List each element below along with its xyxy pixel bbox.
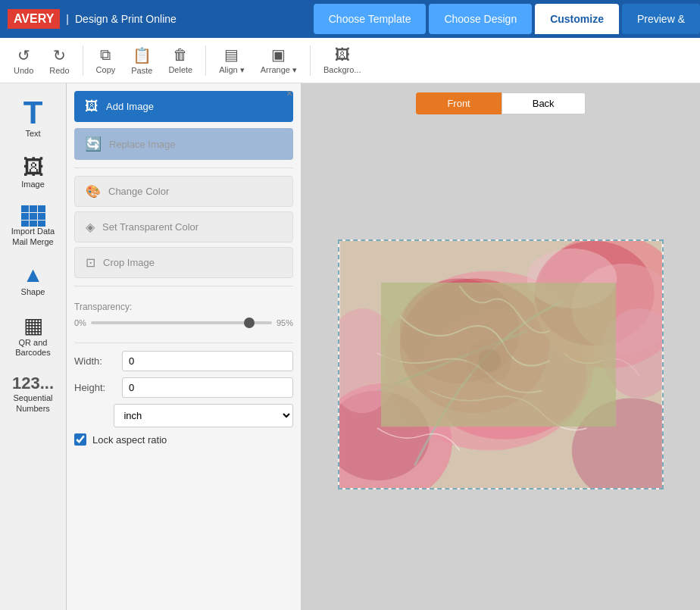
panel-divider-2 bbox=[74, 286, 293, 286]
paste-button[interactable]: 📋 Paste bbox=[125, 43, 158, 78]
width-label: Width: bbox=[74, 355, 116, 367]
panel-divider-1 bbox=[74, 167, 293, 168]
undo-button[interactable]: ↺ Undo bbox=[8, 43, 39, 78]
transparency-section: Transparency: 0% 95% bbox=[74, 294, 293, 335]
canvas-wrapper bbox=[302, 124, 700, 605]
transparency-slider[interactable] bbox=[91, 321, 272, 324]
canvas-area: Front Back bbox=[302, 83, 700, 610]
toolbar-separator-1 bbox=[83, 45, 83, 76]
replace-image-button[interactable]: 🔄 Replace Image bbox=[74, 128, 293, 160]
height-input[interactable] bbox=[122, 377, 293, 398]
nav-tabs: Choose Template Choose Design Customize … bbox=[314, 0, 700, 38]
tab-choose-template[interactable]: Choose Template bbox=[314, 4, 427, 34]
undo-icon: ↺ bbox=[17, 46, 30, 64]
main-area: T Text 🖼 Image Import Data Mail Merge ▲ … bbox=[0, 83, 700, 610]
copy-icon: ⧉ bbox=[100, 46, 111, 64]
delete-icon: 🗑 bbox=[173, 46, 188, 64]
change-color-icon: 🎨 bbox=[86, 184, 101, 199]
change-color-button[interactable]: 🎨 Change Color bbox=[74, 176, 293, 207]
arrange-label: Arrange ▾ bbox=[261, 65, 297, 75]
image-overlay bbox=[381, 283, 616, 427]
tab-choose-design[interactable]: Choose Design bbox=[429, 4, 532, 34]
lock-label: Lock aspect ratio bbox=[92, 434, 167, 446]
unit-row: inch cm mm bbox=[74, 404, 293, 427]
toolbar-separator-3 bbox=[310, 45, 311, 76]
align-icon: ▤ bbox=[224, 45, 239, 64]
label-canvas[interactable] bbox=[338, 239, 664, 490]
add-image-button[interactable]: 🖼 Add Image bbox=[74, 91, 293, 122]
set-transparent-button[interactable]: ◈ Set Transparent Color bbox=[74, 211, 293, 242]
sidebar-item-sequential[interactable]: 123... Sequential Numbers bbox=[5, 368, 61, 419]
paste-icon: 📋 bbox=[133, 46, 152, 64]
width-input[interactable] bbox=[122, 351, 293, 371]
set-transparent-label: Set Transparent Color bbox=[102, 221, 198, 233]
top-navigation: AVERY | Design & Print Online Choose Tem… bbox=[0, 0, 700, 38]
sidebar-text-label: Text bbox=[25, 129, 40, 139]
sidebar-shape-label: Shape bbox=[21, 287, 45, 297]
add-image-label: Add Image bbox=[106, 101, 154, 112]
delete-button[interactable]: 🗑 Delete bbox=[162, 43, 198, 77]
toolbar: ↺ Undo ↻ Redo ⧉ Copy 📋 Paste 🗑 Delete ▤ … bbox=[0, 38, 700, 83]
grid-icon bbox=[21, 205, 45, 227]
sidebar-qr-label: QR and Barcodes bbox=[8, 338, 58, 358]
left-sidebar: T Text 🖼 Image Import Data Mail Merge ▲ … bbox=[0, 83, 67, 610]
text-icon: T bbox=[23, 97, 43, 129]
sidebar-item-text[interactable]: T Text bbox=[5, 91, 61, 145]
replace-image-icon: 🔄 bbox=[85, 136, 102, 152]
unit-select[interactable]: inch cm mm bbox=[114, 404, 293, 427]
slider-row: 0% 95% bbox=[74, 318, 293, 327]
slider-max-label: 95% bbox=[277, 318, 293, 327]
brand-name: Design & Print Online bbox=[75, 13, 177, 25]
front-back-tabs: Front Back bbox=[302, 83, 700, 124]
redo-icon: ↻ bbox=[53, 46, 66, 64]
sequential-icon: 123... bbox=[12, 374, 54, 393]
tab-customize[interactable]: Customize bbox=[535, 4, 619, 34]
close-button[interactable]: × bbox=[283, 86, 296, 100]
undo-label: Undo bbox=[14, 66, 33, 75]
lock-checkbox[interactable] bbox=[74, 433, 86, 446]
delete-label: Delete bbox=[168, 65, 192, 74]
front-tab[interactable]: Front bbox=[416, 92, 501, 114]
sidebar-sequential-label: Sequential Numbers bbox=[8, 393, 58, 413]
arrange-button[interactable]: ▣ Arrange ▾ bbox=[255, 42, 303, 78]
sidebar-item-shape[interactable]: ▲ Shape bbox=[5, 257, 61, 303]
paste-label: Paste bbox=[131, 66, 152, 75]
replace-image-label: Replace Image bbox=[109, 139, 175, 150]
crop-icon: ⊡ bbox=[86, 255, 95, 270]
align-button[interactable]: ▤ Align ▾ bbox=[213, 42, 251, 78]
height-label: Height: bbox=[74, 382, 116, 393]
nav-divider: | bbox=[66, 13, 69, 25]
transparency-label: Transparency: bbox=[74, 302, 293, 312]
image-icon: 🖼 bbox=[23, 155, 44, 180]
qr-icon: ▦ bbox=[23, 313, 43, 338]
height-row: Height: bbox=[74, 377, 293, 398]
set-transparent-icon: ◈ bbox=[86, 220, 95, 234]
shape-icon: ▲ bbox=[23, 263, 44, 287]
width-row: Width: bbox=[74, 351, 293, 371]
add-image-icon: 🖼 bbox=[85, 99, 98, 114]
sidebar-import-label: Import Data Mail Merge bbox=[8, 227, 58, 246]
arrange-icon: ▣ bbox=[271, 45, 286, 64]
background-label: Backgro... bbox=[323, 65, 361, 74]
align-label: Align ▾ bbox=[219, 65, 245, 75]
redo-label: Redo bbox=[49, 66, 69, 75]
sidebar-item-qr[interactable]: ▦ QR and Barcodes bbox=[5, 307, 61, 364]
sidebar-image-label: Image bbox=[21, 180, 45, 189]
change-color-label: Change Color bbox=[108, 186, 169, 197]
sidebar-item-import-data[interactable]: Import Data Mail Merge bbox=[5, 199, 61, 252]
copy-button[interactable]: ⧉ Copy bbox=[90, 43, 122, 77]
redo-button[interactable]: ↻ Redo bbox=[43, 43, 75, 78]
avery-logo: AVERY bbox=[8, 9, 60, 29]
toolbar-separator-2 bbox=[205, 45, 206, 76]
back-tab[interactable]: Back bbox=[502, 92, 586, 114]
lock-row: Lock aspect ratio bbox=[74, 433, 293, 446]
crop-image-button[interactable]: ⊡ Crop Image bbox=[74, 247, 293, 278]
tab-preview[interactable]: Preview & bbox=[622, 4, 700, 34]
panel-divider-3 bbox=[74, 343, 293, 343]
background-icon: 🖼 bbox=[335, 46, 350, 64]
slider-min-label: 0% bbox=[74, 318, 86, 327]
sidebar-item-image[interactable]: 🖼 Image bbox=[5, 149, 61, 196]
image-panel: × 🖼 Add Image 🔄 Replace Image 🎨 Change C… bbox=[67, 83, 302, 610]
dimensions-section: Width: Height: inch cm mm Lock aspect ra… bbox=[74, 351, 293, 446]
background-button[interactable]: 🖼 Backgro... bbox=[317, 43, 367, 77]
